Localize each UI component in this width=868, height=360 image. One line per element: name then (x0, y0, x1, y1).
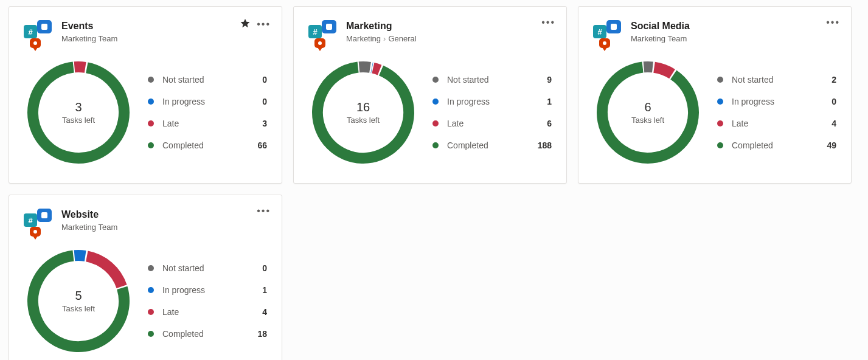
plan-title[interactable]: Events (61, 20, 267, 32)
plan-card-events[interactable]: ••• # Events Marketing Team 3 Tasks left (9, 6, 282, 184)
plan-card-marketing[interactable]: ••• # Marketing Marketing›General 16 Tas… (293, 6, 567, 184)
legend-label-in_progress: In progress (447, 97, 532, 106)
tasks-left-count: 5 (75, 289, 82, 303)
tasks-left-count: 3 (75, 100, 82, 114)
legend-row-completed: Completed 188 (432, 134, 552, 156)
legend-row-completed: Completed 66 (148, 134, 267, 156)
legend-value-completed: 49 (817, 140, 836, 150)
tasks-left-count: 6 (644, 100, 651, 114)
legend-value-late: 4 (817, 119, 836, 128)
more-actions-button[interactable]: ••• (257, 19, 271, 29)
legend-label-in_progress: In progress (162, 285, 248, 295)
legend-label-late: Late (732, 119, 817, 128)
legend-row-late: Late 3 (148, 112, 267, 134)
more-actions-button[interactable]: ••• (257, 206, 271, 216)
breadcrumb[interactable]: Marketing›General (346, 34, 417, 43)
legend-dot-not_started (717, 77, 723, 83)
legend-row-in_progress: In progress 1 (432, 91, 552, 112)
legend-value-not_started: 0 (248, 75, 267, 85)
legend-label-in_progress: In progress (162, 97, 248, 106)
plan-title[interactable]: Website (61, 209, 267, 220)
plan-subtitle: Marketing Team (61, 34, 117, 43)
legend-label-late: Late (447, 119, 532, 128)
tasks-left-count: 16 (356, 100, 370, 114)
legend-row-not_started: Not started 9 (432, 69, 552, 91)
legend-dot-late (432, 120, 439, 126)
legend-value-not_started: 0 (248, 263, 267, 273)
legend-dot-not_started (148, 265, 154, 271)
plan-icon: # (24, 20, 53, 49)
legend-label-late: Late (162, 119, 248, 128)
legend-dot-late (148, 120, 154, 126)
plan-subtitle: Marketing Team (631, 34, 687, 43)
tasks-donut-chart: 5 Tasks left (24, 246, 133, 356)
legend-label-not_started: Not started (732, 75, 817, 85)
legend-row-in_progress: In progress 0 (148, 91, 267, 112)
legend-label-not_started: Not started (162, 75, 248, 85)
tasks-donut-chart: 16 Tasks left (308, 58, 418, 167)
legend-value-completed: 66 (248, 140, 267, 150)
tasks-left-label: Tasks left (62, 304, 95, 313)
legend-label-not_started: Not started (162, 263, 248, 273)
legend-value-completed: 188 (532, 140, 552, 150)
tasks-left-label: Tasks left (347, 116, 380, 125)
legend-row-not_started: Not started 0 (148, 69, 267, 91)
legend-value-in_progress: 1 (532, 97, 552, 106)
legend-dot-in_progress (148, 99, 154, 105)
status-legend: Not started 0 In progress 0 Late 3 Compl… (148, 69, 267, 156)
legend-dot-late (717, 120, 723, 126)
tasks-donut-chart: 3 Tasks left (24, 58, 133, 167)
legend-dot-in_progress (432, 99, 439, 105)
legend-value-in_progress: 0 (248, 97, 267, 106)
planner-hub: ••• # Events Marketing Team 3 Tasks left (9, 6, 859, 360)
plan-card-website[interactable]: ••• # Website Marketing Team 5 Tasks lef… (9, 195, 282, 360)
legend-value-not_started: 2 (817, 75, 836, 85)
legend-row-in_progress: In progress 0 (717, 91, 836, 112)
status-legend: Not started 2 In progress 0 Late 4 Compl… (717, 69, 836, 156)
plan-title[interactable]: Social Media (631, 20, 836, 32)
legend-dot-completed (432, 142, 439, 148)
legend-value-late: 4 (248, 307, 267, 317)
legend-value-completed: 18 (248, 329, 267, 339)
tasks-left-label: Tasks left (631, 116, 664, 125)
legend-row-late: Late 6 (432, 112, 552, 134)
plan-icon: # (308, 20, 338, 49)
status-legend: Not started 9 In progress 1 Late 6 Compl… (432, 69, 552, 156)
tasks-left-label: Tasks left (62, 116, 95, 125)
legend-dot-in_progress (717, 99, 723, 105)
plan-icon: # (24, 209, 53, 238)
more-actions-button[interactable]: ••• (541, 18, 555, 27)
legend-row-completed: Completed 18 (148, 323, 267, 345)
legend-row-late: Late 4 (717, 112, 836, 134)
legend-dot-completed (148, 142, 154, 148)
legend-row-completed: Completed 49 (717, 134, 836, 156)
legend-dot-not_started (432, 77, 439, 83)
legend-row-late: Late 4 (148, 301, 267, 323)
plan-card-social-media[interactable]: ••• # Social Media Marketing Team 6 Task… (578, 6, 852, 184)
legend-label-completed: Completed (732, 140, 817, 150)
legend-dot-completed (148, 331, 154, 337)
legend-value-in_progress: 0 (817, 97, 836, 106)
legend-row-not_started: Not started 2 (717, 69, 836, 91)
legend-label-completed: Completed (162, 140, 248, 150)
legend-dot-not_started (148, 77, 154, 83)
plan-icon: # (593, 20, 622, 49)
legend-label-in_progress: In progress (732, 97, 817, 106)
legend-label-completed: Completed (447, 140, 532, 150)
plan-subtitle: Marketing Team (61, 223, 117, 232)
legend-dot-late (148, 309, 154, 315)
legend-value-not_started: 9 (532, 75, 552, 85)
legend-row-not_started: Not started 0 (148, 257, 267, 279)
tasks-donut-chart: 6 Tasks left (593, 58, 703, 167)
legend-label-late: Late (162, 307, 248, 317)
legend-row-in_progress: In progress 1 (148, 279, 267, 301)
favorite-star-icon[interactable] (240, 18, 251, 31)
legend-value-in_progress: 1 (248, 285, 267, 295)
plan-title[interactable]: Marketing (346, 20, 552, 32)
legend-dot-completed (717, 142, 723, 148)
legend-label-completed: Completed (162, 329, 248, 339)
legend-label-not_started: Not started (447, 75, 532, 85)
legend-value-late: 3 (248, 119, 267, 128)
more-actions-button[interactable]: ••• (826, 18, 840, 27)
status-legend: Not started 0 In progress 1 Late 4 Compl… (148, 257, 267, 345)
